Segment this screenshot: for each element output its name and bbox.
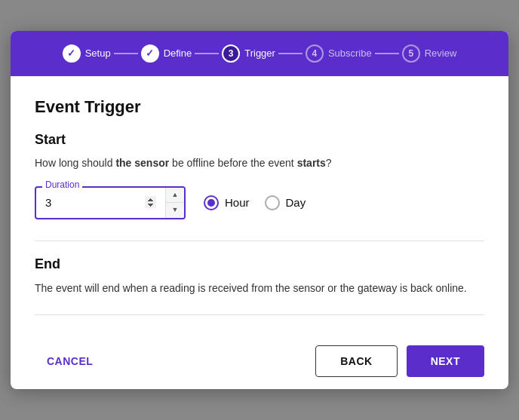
- duration-label: Duration: [42, 179, 82, 190]
- content-area: Event Trigger Start How long should the …: [11, 76, 508, 333]
- desc-bold1: the sensor: [115, 157, 169, 169]
- start-description: How long should the sensor be offline be…: [35, 155, 484, 171]
- radio-label-hour: Hour: [225, 196, 250, 209]
- radio-group: Hour Day: [204, 195, 306, 210]
- radio-circle-day: [265, 195, 280, 210]
- desc-middle: be offline before the event: [169, 157, 296, 169]
- step-number-trigger: 3: [229, 48, 234, 59]
- radio-option-hour[interactable]: Hour: [204, 195, 250, 210]
- checkmark-setup: ✓: [67, 48, 75, 59]
- duration-field: Duration ▲ ▼: [35, 186, 186, 219]
- desc-prefix: How long should: [35, 157, 115, 169]
- connector-1: [114, 53, 138, 54]
- section-divider: [35, 241, 484, 241]
- duration-input-wrapper: ▲ ▼: [35, 186, 186, 219]
- next-button[interactable]: NEXT: [407, 345, 484, 377]
- footer: CANCEL BACK NEXT: [11, 333, 508, 389]
- step-review: 5 Review: [402, 44, 457, 63]
- step-label-setup: Setup: [85, 48, 111, 59]
- cancel-button[interactable]: CANCEL: [35, 346, 105, 376]
- footer-divider: [35, 314, 484, 315]
- step-label-subscribe: Subscribe: [328, 48, 372, 59]
- footer-right-buttons: BACK NEXT: [315, 345, 484, 377]
- end-section-title: End: [35, 256, 484, 272]
- page-title: Event Trigger: [35, 97, 484, 117]
- modal-container: ✓ Setup ✓ Define 3 Trigger 4 Subscribe: [11, 31, 508, 389]
- radio-label-day: Day: [286, 196, 306, 209]
- radio-circle-hour: [204, 195, 219, 210]
- duration-input[interactable]: [36, 189, 165, 216]
- connector-3: [278, 53, 302, 54]
- step-circle-setup: ✓: [63, 44, 81, 63]
- step-label-trigger: Trigger: [244, 48, 275, 59]
- desc-bold2: starts: [297, 157, 326, 169]
- stepper: ✓ Setup ✓ Define 3 Trigger 4 Subscribe: [11, 31, 508, 76]
- duration-row: Duration ▲ ▼ Hour Day: [35, 186, 484, 219]
- desc-suffix: ?: [326, 157, 332, 169]
- start-section-title: Start: [35, 132, 484, 148]
- back-button[interactable]: BACK: [315, 345, 397, 377]
- step-circle-trigger: 3: [222, 44, 240, 63]
- radio-option-day[interactable]: Day: [265, 195, 306, 210]
- step-setup: ✓ Setup: [63, 44, 111, 63]
- step-label-review: Review: [425, 48, 457, 59]
- connector-2: [195, 53, 219, 54]
- step-circle-define: ✓: [141, 44, 159, 63]
- step-subscribe: 4 Subscribe: [306, 44, 372, 63]
- spinner-down-button[interactable]: ▼: [166, 203, 184, 218]
- step-define: ✓ Define: [141, 44, 192, 63]
- step-number-review: 5: [408, 48, 413, 59]
- step-label-define: Define: [164, 48, 192, 59]
- step-circle-subscribe: 4: [306, 44, 324, 63]
- step-trigger: 3 Trigger: [222, 44, 275, 63]
- spinner-up-button[interactable]: ▲: [166, 188, 184, 203]
- checkmark-define: ✓: [146, 48, 154, 59]
- end-description: The event will end when a reading is rec…: [35, 280, 484, 296]
- step-circle-review: 5: [402, 44, 420, 63]
- spinner-buttons: ▲ ▼: [165, 188, 184, 218]
- connector-4: [375, 53, 399, 54]
- step-number-subscribe: 4: [312, 48, 318, 59]
